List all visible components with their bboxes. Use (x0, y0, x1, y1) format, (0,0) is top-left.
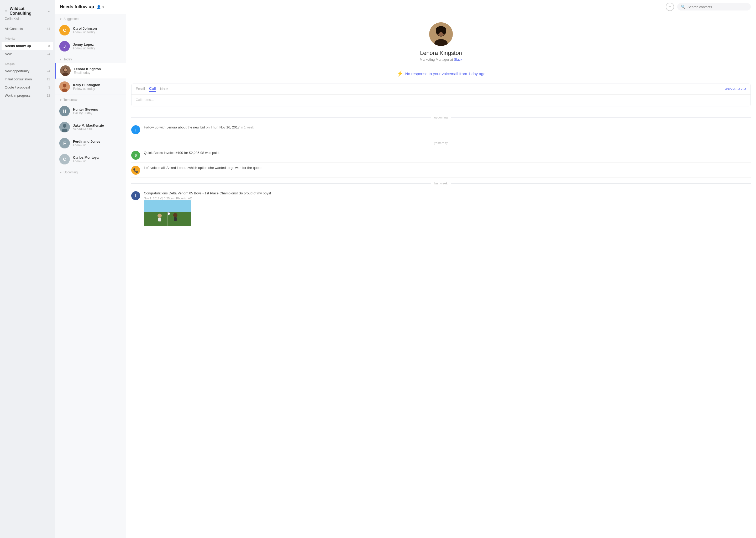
chevron-down-icon: ⌄ (48, 9, 50, 13)
sidebar-item-new[interactable]: New 24 (0, 50, 55, 58)
timeline-content-yesterday1: Quick Books invoice #100 for $2,236.98 w… (144, 150, 219, 155)
contact-item-kelly[interactable]: Kelly Huntington Follow up today (55, 79, 126, 95)
sidebar-item-all-contacts[interactable]: All Contacts 44 (0, 25, 55, 33)
alert-text: No response to your voicemail from 1 day… (405, 72, 486, 76)
contact-name-jenny: Jenny Lopez (73, 42, 95, 46)
contact-sub-carlos: Follow up (73, 159, 99, 163)
sidebar: ≡ Wildcat Consulting ⌄ Collin Klein All … (0, 0, 55, 538)
contact-info-kelly: Kelly Huntington Follow up today (73, 83, 100, 91)
section-chevron-upcoming: ▼ (59, 171, 62, 174)
alert-icon: ⚡ (397, 71, 403, 77)
timeline-divider-upcoming: upcoming (131, 116, 751, 119)
contact-item-hunter[interactable]: H Hunter Stevens Call by Friday (55, 103, 126, 119)
contact-item-ferdinand[interactable]: F Ferdinand Jones Follow up (55, 135, 126, 151)
timeline-divider-yesterday: yesterday (131, 141, 751, 144)
contact-info-hunter: Hunter Stevens Call by Friday (73, 107, 98, 115)
section-tomorrow[interactable]: ▼ Tomorrow (55, 95, 126, 103)
svg-text:C: C (63, 28, 66, 32)
call-notes-input[interactable]: Call notes... (131, 94, 750, 106)
contact-sub-jenny: Follow up today (73, 46, 95, 50)
new-badge: 24 (47, 52, 50, 56)
people-badge: 👤 8 (97, 5, 104, 9)
profile-name: Lenora Kingston (420, 50, 462, 56)
contact-item-carlos[interactable]: C Carlos Montoya Follow up (55, 151, 126, 167)
timeline-icon-yesterday1: $ (131, 151, 140, 160)
section-upcoming-label: Upcoming (64, 171, 78, 174)
svg-point-27 (437, 27, 445, 31)
svg-rect-34 (174, 217, 177, 221)
org-name[interactable]: Wildcat Consulting (10, 6, 45, 16)
contact-info-lenora: Lenora Kingston Email today (74, 67, 101, 75)
profile-title-text: Marketing Manager at (420, 58, 453, 62)
action-tabs: Email Call Note 402-548-1234 (131, 84, 750, 94)
sidebar-item-quote-proposal[interactable]: Quote / proposal 3 (0, 83, 55, 91)
sidebar-item-initial-consultation[interactable]: Initial consultation 12 (0, 75, 55, 83)
section-upcoming[interactable]: ▼ Upcoming (55, 167, 126, 176)
add-button[interactable]: + (666, 3, 674, 11)
sidebar-item-new-opportunity[interactable]: New opportunity 24 (0, 67, 55, 75)
new-opportunity-label: New opportunity (5, 69, 29, 73)
search-input[interactable] (687, 5, 747, 9)
search-icon: 🔍 (681, 5, 685, 9)
contact-name-carol: Carol Johnson (73, 27, 97, 30)
contact-name-jake: Jake M. MacKenzie (73, 124, 104, 128)
svg-point-7 (64, 68, 67, 72)
section-suggested-label: Suggested (64, 17, 78, 21)
sidebar-item-needs-follow-up[interactable]: Needs follow up 8 (2, 42, 53, 50)
sidebar-item-work-in-progress[interactable]: Work in progress 12 (0, 91, 55, 100)
svg-rect-28 (144, 200, 191, 212)
alert-bar: ⚡ No response to your voicemail from 1 d… (131, 68, 751, 79)
phone-number[interactable]: 402-548-1234 (725, 87, 746, 91)
contact-info-ferdinand: Ferdinand Jones Follow up (73, 139, 100, 147)
timeline-text-yesterday1: Quick Books invoice #100 for $2,236.98 w… (144, 150, 219, 155)
timeline-icon-upcoming1: ↓ (131, 125, 140, 134)
timeline-item-upcoming1: ↓ Follow up with Lenora about the new bi… (131, 122, 751, 137)
profile-company-link[interactable]: Slack (454, 58, 462, 62)
timeline-item-lastweek1: f Congratulations Delta Venom 05 Boys - … (131, 188, 751, 229)
work-in-progress-label: Work in progress (5, 93, 30, 97)
search-box: 🔍 (677, 3, 751, 11)
timeline-content-lastweek1: Congratulations Delta Venom 05 Boys - 1s… (144, 191, 271, 226)
tab-email[interactable]: Email (136, 87, 145, 91)
timeline-text-lastweek1: Congratulations Delta Venom 05 Boys - 1s… (144, 191, 271, 196)
section-chevron-suggested: ▼ (59, 18, 62, 21)
contact-sub-lenora: Email today (74, 71, 101, 75)
needs-follow-up-label: Needs follow up (5, 44, 31, 48)
section-today-label: Today (64, 58, 72, 61)
last-week-label: last week (435, 182, 448, 185)
section-tomorrow-label: Tomorrow (64, 98, 77, 102)
tab-call[interactable]: Call (149, 86, 156, 92)
avatar-lenora (60, 65, 71, 76)
contact-name-lenora: Lenora Kingston (74, 67, 101, 71)
contact-info-carlos: Carlos Montoya Follow up (73, 155, 99, 163)
contact-item-jake[interactable]: Jake M. MacKenzie Schedule call (55, 119, 126, 135)
contact-item-carol[interactable]: C Carol Johnson Follow up today (55, 22, 126, 38)
svg-text:C: C (63, 157, 66, 162)
tab-note[interactable]: Note (160, 87, 168, 91)
avatar-hunter: H (59, 106, 70, 116)
svg-point-9 (63, 84, 67, 87)
section-chevron-today: ▼ (59, 58, 62, 61)
svg-point-15 (62, 129, 68, 133)
section-today[interactable]: ▼ Today (55, 54, 126, 63)
contact-name-hunter: Hunter Stevens (73, 107, 98, 111)
timeline-text-yesterday2: Left voicemail: Asked Lenora which optio… (144, 165, 262, 171)
upcoming-label: upcoming (434, 116, 448, 119)
contact-name-carlos: Carlos Montoya (73, 155, 99, 159)
contacts-list-panel: Needs follow up 👤 8 ▼ Suggested C Carol … (55, 0, 126, 538)
svg-point-33 (173, 213, 177, 217)
soccer-image (144, 200, 191, 226)
svg-text:H: H (63, 109, 66, 114)
contact-item-jenny[interactable]: J Jenny Lopez Follow up today (55, 38, 126, 54)
section-suggested[interactable]: ▼ Suggested (55, 14, 126, 22)
timeline-item-yesterday1: $ Quick Books invoice #100 for $2,236.98… (131, 148, 751, 163)
timeline-meta-lastweek1: Nov 1, 2017 @ 3:25pm - Phoenix, AZ (144, 197, 271, 200)
priority-section-label: Priority (0, 33, 55, 42)
timeline-icon-yesterday2: 📞 (131, 166, 140, 175)
timeline-item-yesterday2: 📞 Left voicemail: Asked Lenora which opt… (131, 163, 751, 178)
profile-avatar (429, 22, 453, 46)
contact-item-lenora[interactable]: Lenora Kingston Email today (55, 63, 126, 79)
hamburger-icon[interactable]: ≡ (5, 8, 8, 14)
stages-section-label: Stages (0, 58, 55, 67)
contact-name-kelly: Kelly Huntington (73, 83, 100, 87)
